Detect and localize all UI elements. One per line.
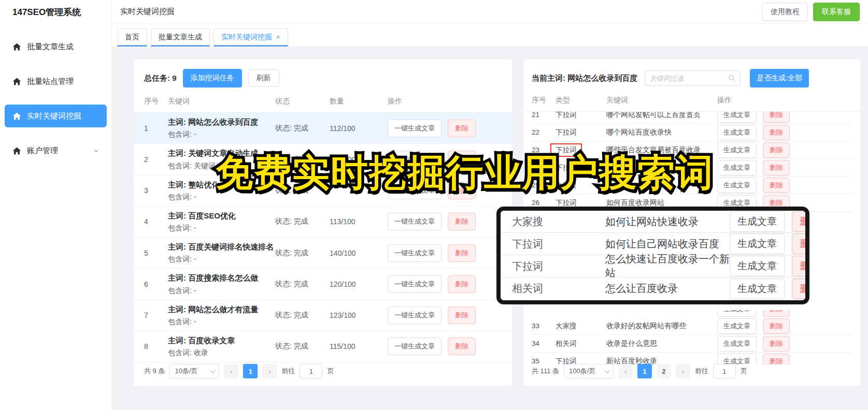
sidebar-item[interactable]: 批量站点管理 bbox=[5, 70, 107, 93]
goto-page-input[interactable] bbox=[300, 364, 322, 378]
chevron-down-icon bbox=[93, 147, 99, 155]
page-size-select[interactable]: 100条/页 bbox=[564, 364, 614, 378]
generate-article-button[interactable]: 生成文章 bbox=[717, 178, 757, 193]
include-words: 包含词: - bbox=[168, 286, 275, 296]
prev-page-button[interactable]: ‹ bbox=[224, 364, 238, 378]
generate-article-button[interactable]: 生成文章 bbox=[717, 354, 757, 365]
sidebar-item[interactable]: 实时关键词挖掘 bbox=[5, 105, 107, 127]
generate-article-button[interactable]: 生成文章 bbox=[730, 279, 785, 299]
current-main-word-label: 当前主词: 网站怎么收录到百度 bbox=[532, 74, 637, 83]
delete-button[interactable]: 删除 bbox=[448, 244, 476, 262]
tutorial-button[interactable]: 使用教程 bbox=[762, 3, 808, 21]
generate-articles-button[interactable]: 一键生成文章 bbox=[388, 120, 442, 137]
page-number[interactable]: 1 bbox=[243, 364, 258, 378]
table-row: 7 主词: 网站怎么做才有流量 包含词: - 状态: 完成 123/100 一键… bbox=[134, 300, 512, 331]
generate-articles-button[interactable]: 一键生成文章 bbox=[388, 306, 442, 324]
delete-button[interactable]: 删除 bbox=[448, 338, 476, 355]
row-keyword: 哪个网站百度收录快 bbox=[606, 128, 717, 137]
generate-articles-button[interactable]: 一键生成文章 bbox=[388, 244, 442, 262]
generate-article-button[interactable]: 生成文章 bbox=[717, 318, 757, 334]
delete-button[interactable]: 删除 bbox=[448, 213, 476, 230]
page-size-select[interactable]: 10条/页 bbox=[169, 364, 219, 378]
type-value: 下拉词 bbox=[556, 112, 577, 119]
row-status: 状态: 完成 bbox=[275, 217, 330, 226]
delete-button[interactable]: 删除 bbox=[763, 142, 790, 158]
generate-articles-button[interactable]: 一键生成文章 bbox=[388, 275, 442, 293]
delete-button[interactable]: 删除 bbox=[448, 306, 476, 324]
sidebar-item[interactable]: 批量文章生成 bbox=[5, 35, 107, 58]
generate-article-button[interactable]: 生成文章 bbox=[730, 211, 785, 232]
generate-articles-button[interactable]: 一键生成文章 bbox=[388, 338, 442, 355]
delete-button[interactable]: 删除 bbox=[792, 233, 809, 254]
delete-button[interactable]: 删除 bbox=[763, 178, 790, 193]
keyword-filter-input[interactable] bbox=[650, 75, 725, 82]
row-actions: 生成文章 删除 bbox=[717, 336, 852, 352]
row-type: 下拉词 bbox=[556, 112, 606, 120]
sidebar-item[interactable]: 账户管理 bbox=[5, 139, 107, 162]
main-keyword: 主词: 百度搜索排名怎么做 bbox=[168, 273, 275, 283]
delete-button[interactable]: 删除 bbox=[792, 256, 809, 276]
row-count: 112/100 bbox=[330, 124, 388, 133]
generate-articles-button[interactable]: 一键生成文章 bbox=[388, 213, 442, 230]
generate-article-button[interactable]: 生成文章 bbox=[717, 142, 757, 158]
type-value: 下拉词 bbox=[556, 199, 577, 207]
generate-article-button[interactable]: 生成文章 bbox=[717, 336, 757, 352]
delete-button[interactable]: 删除 bbox=[763, 160, 790, 175]
tab-label: 实时关键词挖掘 bbox=[221, 33, 272, 42]
tab[interactable]: 实时关键词挖掘 × bbox=[214, 28, 288, 47]
total-tasks-label: 总任务: 9 bbox=[144, 74, 177, 83]
add-task-button[interactable]: 添加挖词任务 bbox=[183, 69, 242, 87]
page-number[interactable]: 2 bbox=[657, 364, 671, 378]
row-status: 状态: 完成 bbox=[275, 124, 330, 133]
row-type: 下拉词 bbox=[512, 237, 605, 251]
delete-button[interactable]: 删除 bbox=[763, 112, 790, 123]
row-actions: 生成文章 删除 bbox=[730, 279, 809, 299]
delete-button[interactable]: 删除 bbox=[763, 336, 790, 352]
generate-article-button[interactable]: 生成文章 bbox=[717, 310, 757, 317]
topbar: 实时关键词挖掘 使用教程 联系客服 bbox=[112, 0, 868, 24]
sidebar: 147SEO管理系统 批量文章生成 批量站点管理 实时关键词挖掘 bbox=[0, 0, 112, 410]
generate-article-button[interactable]: 生成文章 bbox=[717, 160, 757, 175]
next-page-button[interactable]: › bbox=[262, 364, 277, 378]
row-index: 6 bbox=[144, 280, 168, 288]
delete-button[interactable]: 删除 bbox=[448, 120, 476, 137]
row-keyword-cell: 主词: 网站怎么收录到百度 包含词: - bbox=[168, 117, 275, 139]
delete-button[interactable]: 删除 bbox=[763, 310, 790, 317]
generate-article-button[interactable]: 生成文章 bbox=[730, 233, 785, 254]
delete-button[interactable]: 删除 bbox=[448, 275, 476, 293]
generate-article-button[interactable]: 生成文章 bbox=[717, 125, 757, 140]
generate-article-button[interactable]: 生成文章 bbox=[717, 112, 757, 123]
include-words: 包含词: - bbox=[168, 130, 275, 139]
page-number[interactable]: 1 bbox=[637, 364, 652, 378]
delete-button[interactable]: 删除 bbox=[792, 211, 809, 232]
row-actions: 生成文章 删除 bbox=[730, 256, 809, 276]
goto-page-input[interactable] bbox=[713, 364, 736, 378]
refresh-button[interactable]: 刷新 bbox=[248, 69, 279, 87]
prev-page-button[interactable]: ‹ bbox=[618, 364, 633, 378]
close-icon[interactable]: × bbox=[276, 33, 280, 41]
page-size-value: 100条/页 bbox=[569, 367, 595, 376]
page-unit-label: 页 bbox=[741, 367, 747, 376]
delete-button[interactable]: 删除 bbox=[763, 354, 790, 365]
contact-support-button[interactable]: 联系客服 bbox=[813, 3, 860, 21]
table-row: 33 大家搜 收录好的发帖网站有哪些 生成文章 删除 bbox=[532, 317, 852, 335]
delete-button[interactable]: 删除 bbox=[763, 125, 790, 140]
generate-filter-button[interactable]: 是否生成:全部 bbox=[750, 69, 809, 87]
include-words: 包含词: - bbox=[168, 255, 275, 264]
delete-button[interactable]: 删除 bbox=[792, 279, 809, 299]
row-keyword-cell: 主词: 百度收录文章 包含词: 收录 bbox=[168, 335, 275, 358]
row-index: 3 bbox=[144, 186, 168, 195]
delete-button[interactable]: 删除 bbox=[763, 318, 790, 334]
table-row: 22 下拉词 哪个网站百度收录快 生成文章 删除 bbox=[532, 124, 852, 141]
tab[interactable]: 批量文章生成 bbox=[151, 28, 210, 47]
tab[interactable]: 首页 bbox=[117, 28, 147, 47]
sidebar-item-label: 实时关键词挖掘 bbox=[27, 111, 81, 121]
goto-label: 前往 bbox=[695, 367, 708, 376]
row-keyword-cell: 主词: 百度关键词排名快速排名 包含词: - bbox=[168, 242, 275, 264]
app-logo: 147SEO管理系统 bbox=[0, 0, 111, 24]
row-status: 状态: 完成 bbox=[275, 311, 330, 320]
generate-article-button[interactable]: 生成文章 bbox=[730, 256, 785, 276]
next-page-button[interactable]: › bbox=[676, 364, 690, 378]
row-index: 22 bbox=[532, 128, 556, 136]
table-row: 6 主词: 百度搜索排名怎么做 包含词: - 状态: 完成 120/100 一键… bbox=[134, 269, 512, 300]
